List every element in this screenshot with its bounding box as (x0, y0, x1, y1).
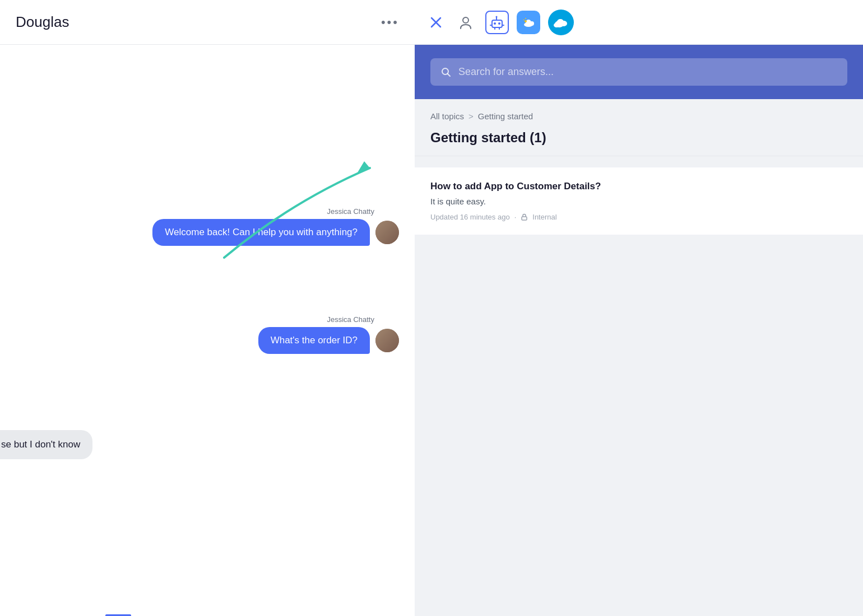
article-visibility: Internal (532, 213, 556, 221)
search-icon (440, 67, 452, 78)
article-card[interactable]: How to add App to Customer Details? It i… (415, 167, 863, 235)
chat-area: se but I don't know Jessica Chatty Welco… (0, 45, 415, 616)
contact-name: Douglas (16, 13, 69, 31)
agent-label-1: Jessica Chatty (327, 207, 374, 216)
close-icon (430, 16, 442, 29)
agent-message-group-1: Jessica Chatty Welcome back! Can I help … (16, 207, 399, 246)
svg-point-16 (525, 20, 527, 22)
message-row-1: Welcome back! Can I help you with anythi… (152, 219, 399, 246)
svg-marker-0 (358, 161, 370, 172)
svg-line-24 (448, 73, 451, 76)
section-title: Getting started (1) (415, 128, 863, 156)
svg-line-18 (523, 20, 525, 20)
left-header: Douglas ••• (0, 0, 415, 45)
search-bar[interactable] (430, 58, 847, 86)
person-icon (458, 15, 473, 30)
robot-nav-button[interactable] (485, 11, 509, 34)
agent-label-2: Jessica Chatty (327, 315, 374, 324)
avatar-image-1 (375, 221, 399, 244)
salesforce-nav-button[interactable] (548, 10, 574, 35)
breadcrumb-current: Getting started (478, 111, 533, 121)
svg-point-15 (524, 22, 533, 27)
agent-avatar-2 (375, 329, 399, 352)
article-meta-dot: · (514, 213, 517, 221)
svg-point-22 (557, 19, 564, 25)
article-meta: Updated 16 minutes ago · Internal (430, 213, 847, 221)
person-nav-button[interactable] (454, 11, 477, 34)
search-input[interactable] (458, 66, 837, 78)
breadcrumb: All topics > Getting started (415, 99, 863, 128)
article-updated: Updated 16 minutes ago (430, 213, 510, 221)
right-header (415, 0, 863, 45)
article-snippet: It is quite easy. (430, 197, 847, 206)
message-row-2: What's the order ID? (258, 327, 399, 354)
article-title: How to add App to Customer Details? (430, 181, 847, 192)
weather-nav-button[interactable] (517, 11, 540, 34)
agent-message-group-2: Jessica Chatty What's the order ID? (16, 315, 399, 354)
svg-rect-25 (522, 217, 527, 220)
svg-point-6 (498, 22, 500, 25)
close-button[interactable] (426, 12, 446, 32)
svg-point-5 (494, 22, 496, 25)
right-panel: All topics > Getting started Getting sta… (415, 0, 863, 616)
breadcrumb-all-topics[interactable]: All topics (430, 111, 464, 121)
more-options-button[interactable]: ••• (381, 15, 399, 30)
avatar-image-2 (375, 329, 399, 352)
user-message-bubble: se but I don't know (0, 430, 92, 459)
svg-point-8 (496, 16, 498, 17)
agent-bubble-1: Welcome back! Can I help you with anythi… (152, 219, 370, 246)
left-panel: Douglas ••• se but I don't know Jessica … (0, 0, 415, 616)
content-inner: All topics > Getting started Getting sta… (415, 99, 863, 235)
right-content: All topics > Getting started Getting sta… (415, 99, 863, 616)
svg-point-3 (463, 17, 468, 23)
agent-avatar-1 (375, 221, 399, 244)
robot-icon (489, 15, 505, 30)
search-wrapper (415, 45, 863, 99)
user-message-group: se but I don't know (0, 430, 92, 459)
lock-icon (521, 213, 528, 221)
svg-rect-4 (492, 20, 502, 27)
salesforce-icon (553, 16, 569, 29)
weather-icon (521, 15, 536, 30)
agent-bubble-2: What's the order ID? (258, 327, 370, 354)
breadcrumb-separator: > (468, 111, 474, 121)
